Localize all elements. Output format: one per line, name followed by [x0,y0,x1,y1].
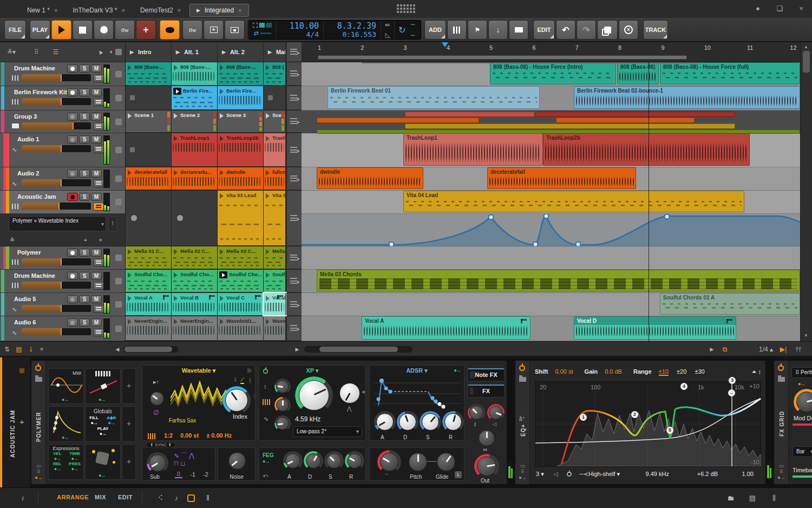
device-power-icon[interactable] [35,365,41,371]
eq-band-type-select[interactable]: ─≺High-shelf ▾ [579,471,620,478]
filter-keytrack-icon[interactable] [263,399,271,405]
overdub-button[interactable]: + [136,20,156,40]
time-value[interactable]: 0:16.553 [328,30,376,39]
track-header[interactable]: Drum MachineSM [0,270,125,293]
track-header[interactable]: Drum MachineSM [0,62,125,86]
arranger-clip[interactable]: TrashLoop1 [403,133,543,166]
stop-all-clips-button[interactable] [115,255,122,261]
scene-play-icon[interactable]: ▶ [222,49,226,55]
device-display-icon[interactable]: ▭⠿●→ [35,463,43,481]
record-arm-button[interactable] [67,318,78,327]
window-close-icon[interactable]: × [796,4,807,12]
stop-all-clips-button[interactable] [115,147,122,153]
project-tab[interactable]: InTheDark V3 *× [66,4,131,17]
grid-resolution-value[interactable]: 1/4 [759,346,768,353]
track-menu-button[interactable] [93,98,104,106]
volume-fader[interactable] [22,305,91,312]
view-arrange-button[interactable]: ARRANGE [57,494,89,500]
fx-grid-mode-select[interactable]: ⠿ Perfo [791,367,812,378]
pointer-tool-icon[interactable]: ▲ [93,45,107,58]
track-header[interactable]: PolymerSM [0,246,125,270]
clip-play-icon[interactable] [220,136,224,141]
clip-play-icon[interactable] [220,65,224,70]
clip-playing-icon[interactable] [219,271,227,278]
solo-button[interactable]: S [79,193,90,201]
mute-button[interactable]: M [91,170,102,178]
noise-generator[interactable]: Noise [218,447,256,481]
track-header[interactable]: Berlin Firework KitSM [0,86,125,110]
launcher-clip[interactable]: NeverEngin... [126,316,172,340]
eq-band-gain[interactable]: +6.2 dB [697,471,718,477]
clip-play-icon[interactable] [174,113,178,119]
mod-route-icon[interactable]: ●→ [62,435,68,440]
mod-route-icon[interactable]: ●→ [99,397,105,402]
launcher-clip[interactable]: Berlin Fire... [218,86,264,109]
osc-ratio[interactable]: 1:2 [164,432,173,439]
arranger-scroll-right-icon[interactable]: ▶ [707,344,717,354]
filter-title[interactable]: XP ▾ [259,367,365,374]
record-arm-button[interactable] [67,64,78,73]
mute-button[interactable]: M [91,272,102,280]
modulator-lfo[interactable]: MW ●→ [48,368,84,404]
scene-play-icon[interactable]: ▶ [130,49,134,55]
favorite-icon[interactable]: ≛ [10,237,15,243]
mute-button[interactable]: M [91,135,102,144]
duplicate-button[interactable] [597,20,618,40]
scrollbar-handle[interactable] [803,51,810,73]
amp-envelope[interactable]: ADSR ▾ ●→ A D S R [369,365,464,441]
device-power-icon[interactable] [519,365,525,371]
solo-button[interactable]: S [79,318,90,327]
track-menu-button[interactable] [93,74,104,82]
eq-range-30[interactable]: ±30 [695,368,704,375]
clip-play-icon[interactable] [266,113,270,119]
device-preset-folder-icon[interactable] [35,377,42,382]
record-arm-button[interactable] [67,113,78,121]
mixer-panel-toggle-icon[interactable]: ⫴ [202,493,213,504]
clip-play-icon[interactable] [220,249,224,255]
eq-range-10[interactable]: ±10 [659,368,669,376]
file-menu-button[interactable]: FILE [4,20,26,40]
phase-random-icon[interactable]: ∅ [153,409,159,416]
arranger-clip[interactable]: 808 (Bass-08) [617,62,659,84]
xp-filter[interactable]: XP ▾ ↕ ∿ 4.59 kHz ⋀ ◀ Low-pass 2° [259,365,366,441]
arranger-clip[interactable] [405,123,735,129]
close-small-icon[interactable]: × [37,344,47,354]
launcher-scroll-left-icon[interactable]: ◀ [113,344,122,354]
record-button[interactable] [94,20,114,40]
fx-button[interactable]: FX [468,385,505,398]
browser-button[interactable] [509,20,528,40]
vertical-scrollbar[interactable]: ▲ ▼ [800,42,812,341]
clip-play-icon[interactable] [220,193,224,199]
loop-icon[interactable]: ↻ [398,25,405,35]
position-value[interactable]: 8.3.2.39 [328,22,376,30]
mute-button[interactable]: M [91,295,102,303]
filter-cutoff-knob[interactable] [299,380,329,411]
track-menu-button[interactable] [93,203,104,211]
modulator-globals[interactable]: Globals FILL●→ A◆B●→ PLAY●→ [85,406,121,442]
mod-route-icon[interactable]: ●→ [99,473,105,478]
solo-button[interactable]: S [79,64,90,73]
scene-queue-header[interactable] [286,42,302,61]
track-menu-button[interactable] [93,179,104,187]
scene-play-icon[interactable]: ▶ [268,49,272,55]
launcher-scroll-right-icon[interactable]: ▶ [292,344,302,354]
automation-curve[interactable] [302,214,800,246]
launcher-clip[interactable]: Vocal [264,293,286,315]
vel-mod[interactable]: VEL●→ [49,451,66,461]
launcher-clip[interactable]: TrashLoop2b [218,133,264,166]
launcher-clip[interactable]: 808 (Bass-... [218,62,264,85]
launcher-clip[interactable]: Vocal B [172,293,218,315]
sub-oscillator[interactable]: Sub ∿⌒⋀ ⊓⊔ 0 -1 -2 [142,447,215,481]
note-editor-button[interactable] [447,20,467,40]
clip-play-icon[interactable] [128,249,132,255]
stop-all-clips-button[interactable] [115,199,122,205]
eq-band-width-handle[interactable]: ↔ [728,389,735,396]
playhead-flag-button[interactable]: ⚑ [468,20,487,40]
clip-play-icon[interactable] [128,296,132,301]
volume-fader[interactable] [22,145,91,152]
close-lane-icon[interactable]: × [99,237,102,243]
track-header[interactable]: Group 3SM [0,110,125,133]
solo-button[interactable]: S [79,170,90,178]
record-arm-button[interactable] [67,249,78,257]
mute-button[interactable]: M [91,113,102,121]
